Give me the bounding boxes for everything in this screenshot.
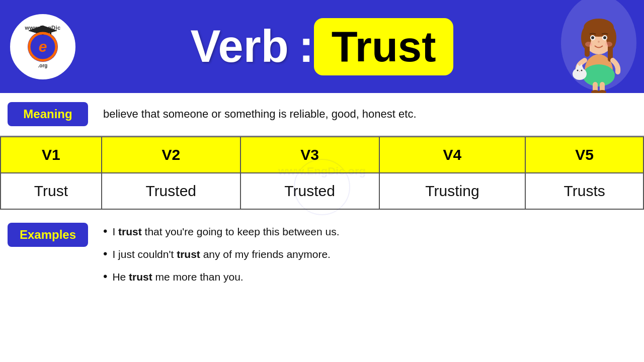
col-v4: V4 xyxy=(379,137,526,173)
examples-row: Examples I trust that you're going to ke… xyxy=(0,210,644,300)
table-values-row: Trust Trusted Trusted Trusting Trusts xyxy=(1,173,643,209)
example-item-2: I just couldn't trust any of my friends … xyxy=(103,244,340,264)
table-header-row: V1 V2 V3 V4 V5 xyxy=(1,137,643,173)
examples-label: Examples xyxy=(8,223,88,247)
val-v2: Trusted xyxy=(102,173,240,209)
verb-word: Trust xyxy=(332,22,436,71)
verb-forms-table-wrapper: www.EngDic.org E V1 V2 V3 V4 V5 Trust Tr… xyxy=(0,136,644,210)
svg-point-28 xyxy=(577,70,579,71)
val-v1: Trust xyxy=(1,173,102,209)
example-item-3: He trust me more than you. xyxy=(103,266,340,287)
svg-point-3 xyxy=(29,33,56,60)
svg-point-20 xyxy=(603,36,606,39)
character-illustration xyxy=(558,0,639,93)
example-1-bold: trust xyxy=(118,226,142,237)
val-v4: Trusting xyxy=(379,173,526,209)
svg-point-21 xyxy=(598,41,600,43)
header: www.EngDic e .org Verb : Trust xyxy=(0,0,644,93)
svg-point-19 xyxy=(591,36,594,39)
orange-ring-icon xyxy=(28,32,58,62)
svg-point-23 xyxy=(605,42,612,47)
header-title: Verb xyxy=(191,21,289,72)
logo-text-bottom: .org xyxy=(38,63,48,68)
examples-list: I trust that you're going to keep this b… xyxy=(96,219,347,291)
header-colon: : xyxy=(299,21,314,72)
verb-highlight-box: Trust xyxy=(314,18,454,75)
example-3-bold: trust xyxy=(129,271,152,283)
meaning-text: believe that someone or something is rel… xyxy=(96,98,644,130)
example-3-text: He trust me more than you. xyxy=(112,268,243,286)
svg-rect-16 xyxy=(608,32,613,62)
col-v3: V3 xyxy=(240,137,379,173)
svg-point-29 xyxy=(581,70,583,71)
meaning-row: Meaning believe that someone or somethin… xyxy=(0,93,644,136)
col-v5: V5 xyxy=(525,137,643,173)
girl-character-icon xyxy=(558,0,639,93)
logo-emblem: e xyxy=(28,32,58,62)
verb-table: V1 V2 V3 V4 V5 Trust Trusted Trusted Tru… xyxy=(0,136,644,210)
val-v5: Trusts xyxy=(525,173,643,209)
meaning-label: Meaning xyxy=(8,102,88,126)
example-2-text: I just couldn't trust any of my friends … xyxy=(112,245,331,263)
svg-point-30 xyxy=(579,71,580,72)
svg-point-6 xyxy=(583,64,615,86)
col-v1: V1 xyxy=(1,137,102,173)
col-v2: V2 xyxy=(102,137,240,173)
example-1-text: I trust that you're going to keep this b… xyxy=(112,223,339,241)
example-2-bold: trust xyxy=(177,248,200,260)
logo: www.EngDic e .org xyxy=(10,14,75,79)
svg-point-22 xyxy=(585,42,592,47)
val-v3: Trusted xyxy=(240,173,379,209)
example-item-1: I trust that you're going to keep this b… xyxy=(103,221,340,242)
